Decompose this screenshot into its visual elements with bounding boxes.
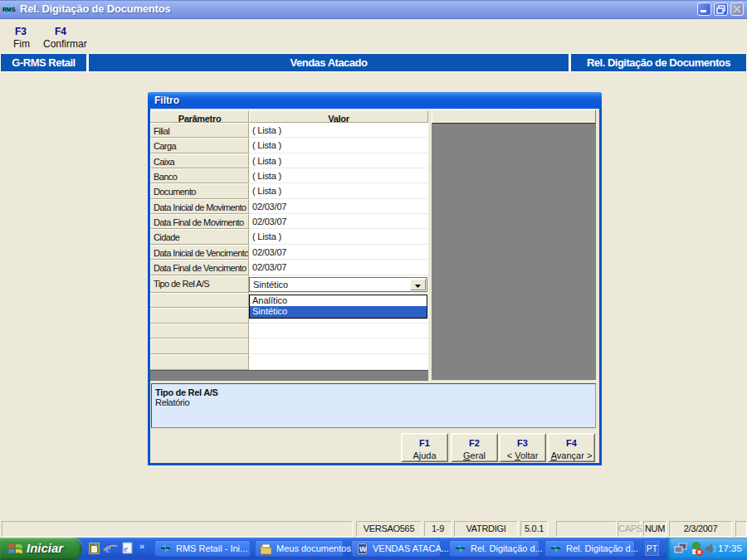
svg-text:W: W	[359, 545, 367, 553]
svg-text:e: e	[124, 543, 128, 553]
svg-text:RMS: RMS	[2, 7, 16, 12]
